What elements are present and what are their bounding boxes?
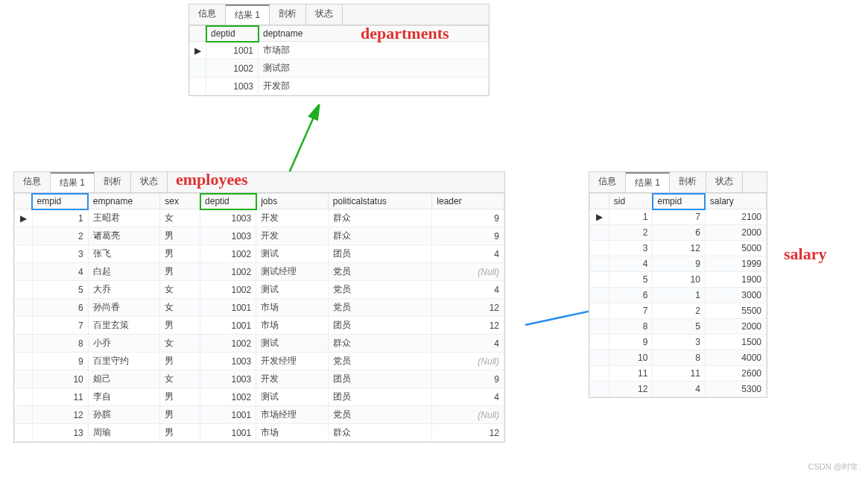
cell-sex: 男 [160,317,200,335]
cell-sid: 12 [609,382,653,397]
cell-empid: 3 [32,245,88,263]
table-row[interactable]: 5 大乔 女 1002 测试 党员 4 [15,281,504,299]
table-row[interactable]: 12 孙膑 男 1001 市场经理 党员 (Null) [15,406,504,424]
table-row[interactable]: 4 白起 男 1002 测试经理 党员 (Null) [15,263,504,281]
cell-empid: 5 [32,281,88,299]
cell-leader: 4 [432,388,504,406]
tab-result1[interactable]: 结果 1 [51,172,95,192]
tab-result1[interactable]: 结果 1 [626,172,670,192]
cell-leader: 9 [432,370,504,388]
table-row[interactable]: 11 李自 男 1002 测试 团员 4 [15,388,504,406]
table-row[interactable]: ▶ 1001 市场部 [190,42,489,60]
col-sid[interactable]: sid [609,194,653,209]
tab-status[interactable]: 状态 [131,172,168,192]
cell-sex: 女 [160,335,200,353]
table-row[interactable]: 8 小乔 女 1002 测试 群众 4 [15,335,504,353]
salary-table[interactable]: sid empid salary ▶ 1 7 2100 2 6 2000 3 1… [589,193,767,397]
table-row[interactable]: 11 11 2600 [590,366,767,382]
row-ptr-icon [590,288,609,303]
cell-empid: 6 [653,225,705,241]
table-row[interactable]: 13 周瑜 男 1001 市场 群众 12 [15,424,504,442]
table-row[interactable]: 7 百里玄策 男 1001 市场 团员 12 [15,317,504,335]
col-salary[interactable]: salary [705,194,766,209]
tabset: 信息 结果 1 剖析 状态 [14,172,504,193]
table-row[interactable]: 1003 开发部 [190,78,489,95]
cell-politicalstatus: 团员 [328,388,432,406]
table-row[interactable]: 2 6 2000 [590,225,767,241]
cell-sid: 10 [609,350,653,366]
tabset: 信息 结果 1 剖析 状态 [589,172,767,193]
cell-empid: 12 [32,406,88,424]
table-row[interactable]: 9 3 1500 [590,335,767,350]
tab-result1[interactable]: 结果 1 [226,4,270,25]
cell-empname: 百里守约 [88,353,160,370]
tab-profile[interactable]: 剖析 [670,172,706,192]
table-row[interactable]: 8 5 2000 [590,319,767,335]
cell-salary: 5300 [705,382,766,397]
table-row[interactable]: 4 9 1999 [590,256,767,272]
cell-jobs: 市场经理 [256,406,329,424]
employees-table[interactable]: empid empname sex deptid jobs politicals… [14,193,504,442]
row-ptr-icon [590,319,609,335]
col-empid[interactable]: empid [653,194,705,209]
table-row[interactable]: ▶ 1 7 2100 [590,209,767,225]
cell-jobs: 测试 [256,388,329,406]
tab-info[interactable]: 信息 [189,4,226,25]
cell-deptid: 1001 [200,317,256,335]
cell-sid: 7 [609,303,653,319]
row-ptr-icon [15,227,33,245]
tab-profile[interactable]: 剖析 [270,4,306,25]
col-politicalstatus[interactable]: politicalstatus [328,194,432,209]
table-row[interactable]: 7 2 5500 [590,303,767,319]
table-row[interactable]: 5 10 1900 [590,272,767,288]
cell-deptid: 1003 [206,78,259,95]
row-ptr-icon [590,350,609,366]
col-leader[interactable]: leader [432,194,504,209]
cell-sid: 1 [609,209,653,225]
table-row[interactable]: 12 4 5300 [590,382,767,397]
cell-sex: 女 [160,370,200,388]
tab-profile[interactable]: 剖析 [95,172,131,192]
row-ptr-icon [15,299,33,317]
cell-jobs: 市场 [256,299,329,317]
cell-empid: 7 [32,317,88,335]
table-row[interactable]: 2 诸葛亮 男 1003 开发 群众 9 [15,227,504,245]
row-ptr-icon [590,382,609,397]
cell-sex: 男 [160,388,200,406]
table-row[interactable]: 3 张飞 男 1002 测试 团员 4 [15,245,504,263]
table-row[interactable]: 9 百里守约 男 1003 开发经理 党员 (Null) [15,353,504,370]
cell-deptid: 1002 [200,388,256,406]
table-row[interactable]: 3 12 5000 [590,241,767,256]
table-row[interactable]: 10 妲己 女 1003 开发 团员 9 [15,370,504,388]
table-row[interactable]: 1002 测试部 [190,60,489,78]
col-jobs[interactable]: jobs [256,194,329,209]
col-empname[interactable]: empname [88,194,160,209]
table-row[interactable]: 6 1 3000 [590,288,767,303]
cell-empname: 百里玄策 [88,317,160,335]
col-deptid[interactable]: deptid [200,194,256,209]
cell-empid: 9 [653,256,705,272]
tab-info[interactable]: 信息 [589,172,626,192]
cell-empname: 周瑜 [88,424,160,442]
tab-status[interactable]: 状态 [706,172,743,192]
cell-empid: 13 [32,424,88,442]
col-sex[interactable]: sex [160,194,200,209]
tab-status[interactable]: 状态 [306,4,343,25]
col-empid[interactable]: empid [32,194,88,209]
table-row[interactable]: ▶ 1 王昭君 女 1003 开发 群众 9 [15,209,504,227]
table-row[interactable]: 6 孙尚香 女 1001 市场 党员 12 [15,299,504,317]
cell-deptid: 1002 [200,335,256,353]
cell-sex: 男 [160,424,200,442]
table-row[interactable]: 10 8 4000 [590,350,767,366]
cell-salary: 3000 [705,288,766,303]
col-rowptr [190,26,206,42]
cell-deptid: 1003 [200,353,256,370]
cell-sex: 女 [160,281,200,299]
cell-empname: 妲己 [88,370,160,388]
col-rowptr [15,194,33,209]
cell-politicalstatus: 群众 [328,424,432,442]
cell-jobs: 测试 [256,281,329,299]
tab-info[interactable]: 信息 [14,172,51,192]
col-deptid[interactable]: deptid [206,26,259,42]
row-ptr-icon [590,225,609,241]
